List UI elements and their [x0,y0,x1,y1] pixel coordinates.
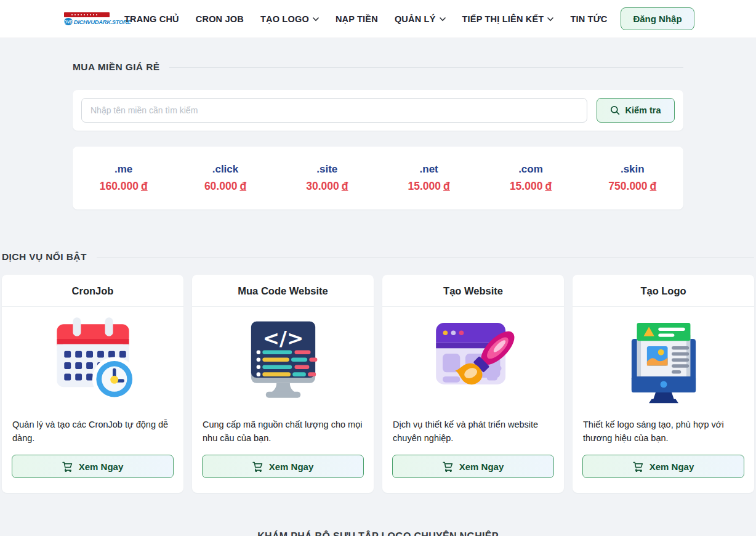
chevron-down-icon [440,17,446,22]
cart-icon [252,461,263,472]
card-title: Tạo Logo [573,275,754,307]
design-brush-icon [382,307,564,413]
nav-item-cron-job[interactable]: CRON JOB [196,14,244,24]
domain-price: 60.000đ [174,180,276,193]
service-card-tao-logo: Tạo Logo [573,275,754,493]
chevron-down-icon [547,17,553,22]
view-now-button[interactable]: Xem Ngay [392,455,554,478]
search-icon [610,105,620,115]
domain-section-title: MUA MIỀN GIÁ RẺ [73,62,159,73]
main-nav: TRANG CHỦ CRON JOB TẠO LOGO NẠP TIỀN QUẢ… [124,14,608,24]
service-card-mua-code: Mua Code Website </> [192,275,374,493]
domain-search-card: Kiểm tra [73,90,683,131]
domain-price-list: .me 160.000đ .click 60.000đ .site 30.000… [73,147,683,209]
service-card-cronjob: CronJob [2,275,183,493]
top-navbar: DVD DICHVUDARK.STORE TRANG CHỦ CRON JOB … [0,0,756,38]
calendar-clock-icon [2,307,183,413]
cart-icon [62,461,73,472]
domain-tld: .click [174,163,276,176]
domain-price: 15.000đ [378,180,480,193]
cart-icon [443,461,453,472]
logo-collection-title: KHÁM PHÁ BỘ SƯU TẬP LOGO CHUYÊN NGHIỆP [0,531,756,536]
domain-price: 750.000đ [582,180,683,193]
logo-monitor-icon [573,307,754,413]
code-monitor-icon: </> [192,307,374,413]
domain-item-me[interactable]: .me 160.000đ [73,163,174,193]
logo-store-text: DICHVUDARK.STORE [74,18,131,25]
heading-rule [169,67,683,68]
card-description: Dịch vụ thiết kế và phát triển website c… [382,413,564,449]
domain-search-input[interactable] [81,98,587,123]
card-description: Cung cấp mã nguồn chất lượng cho mọi nhu… [192,413,374,449]
cart-icon [633,461,643,472]
domain-price: 15.000đ [480,180,581,193]
nav-item-quan-ly[interactable]: QUẢN LÝ [395,14,446,24]
domain-tld: .net [378,163,480,176]
domain-tld: .site [276,163,378,176]
domain-item-skin[interactable]: .skin 750.000đ [582,163,683,193]
card-title: Mua Code Website [192,275,374,307]
domain-price: 30.000đ [276,180,378,193]
domain-price: 160.000đ [73,180,174,193]
site-logo[interactable]: DVD DICHVUDARK.STORE [64,12,110,25]
domain-section: MUA MIỀN GIÁ RẺ Kiểm tra .me 160.000đ .c… [73,38,683,209]
card-title: CronJob [2,275,183,307]
logo-red-banner [64,12,110,17]
domain-item-com[interactable]: .com 15.000đ [480,163,581,193]
services-section: DỊCH VỤ NỔI BẬT CronJob [0,251,756,493]
domain-item-net[interactable]: .net 15.000đ [378,163,480,193]
nav-item-nap-tien[interactable]: NẠP TIỀN [336,14,378,24]
card-title: Tạo Website [382,275,564,307]
card-description: Thiết kế logo sáng tạo, phù hợp với thươ… [573,413,754,449]
nav-item-tiep-thi-lien-ket[interactable]: TIẾP THỊ LIÊN KẾT [462,14,554,24]
nav-item-trang-chu[interactable]: TRANG CHỦ [124,14,179,24]
nav-item-tao-logo[interactable]: TẠO LOGO [260,14,319,24]
service-card-tao-website: Tạo Website [382,275,564,493]
domain-check-button[interactable]: Kiểm tra [597,98,675,123]
view-now-button[interactable]: Xem Ngay [202,455,364,478]
view-now-button[interactable]: Xem Ngay [12,455,174,478]
domain-tld: .skin [582,163,683,176]
domain-tld: .me [73,163,174,176]
login-button[interactable]: Đăng Nhập [621,7,694,30]
domain-item-click[interactable]: .click 60.000đ [174,163,276,193]
services-section-title: DỊCH VỤ NỔI BẬT [2,251,87,262]
chevron-down-icon [313,17,319,22]
card-description: Quản lý và tạo các CronJob tự động dễ dà… [2,413,183,449]
logo-dvd-badge: DVD [64,18,73,25]
domain-item-site[interactable]: .site 30.000đ [276,163,378,193]
svg-text:</>: </> [262,327,303,350]
view-now-button[interactable]: Xem Ngay [582,455,744,478]
nav-item-tin-tuc[interactable]: TIN TỨC [570,14,607,24]
domain-tld: .com [480,163,581,176]
heading-rule [97,257,754,258]
